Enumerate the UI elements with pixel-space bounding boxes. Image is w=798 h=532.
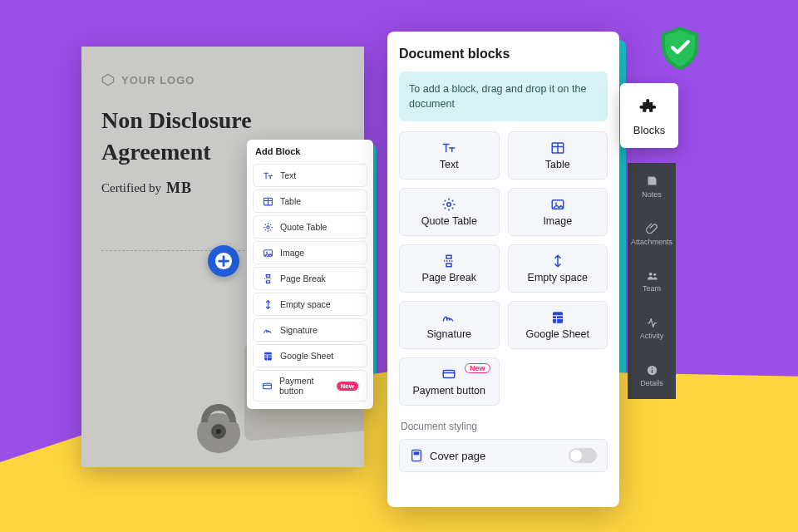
- popover-item-google-sheet[interactable]: Google Sheet: [253, 344, 367, 367]
- sidebar-item-details[interactable]: Details: [628, 352, 676, 399]
- svg-marker-0: [102, 74, 113, 85]
- block-card-image[interactable]: Image: [508, 188, 608, 236]
- certified-by-label: Certified by: [101, 181, 161, 195]
- vertical-arrows-icon: [262, 298, 273, 310]
- popover-item-signature[interactable]: Signature: [253, 318, 367, 342]
- text-size-icon: [441, 140, 456, 155]
- panel-hint: To add a block, drag and drop it on the …: [399, 71, 608, 121]
- popover-title: Add Block: [247, 140, 373, 161]
- block-card-label: Signature: [426, 328, 471, 340]
- info-icon: [645, 363, 658, 377]
- page-break-icon: [262, 273, 273, 284]
- certifier-name: MB: [166, 180, 192, 197]
- sidebar-item-label: Team: [643, 284, 661, 293]
- spreadsheet-icon: [262, 350, 273, 362]
- sidebar-item-activity[interactable]: Activity: [628, 304, 676, 352]
- popover-item-label: Signature: [280, 325, 318, 335]
- table-icon: [262, 195, 273, 207]
- document-blocks-panel: Document blocks To add a block, drag and…: [387, 32, 619, 507]
- popover-item-table[interactable]: Table: [253, 190, 367, 213]
- svg-rect-20: [553, 313, 563, 324]
- logo-mark-icon: [101, 73, 115, 86]
- popover-item-label: Text: [280, 170, 296, 180]
- block-card-empty-space[interactable]: Empty space: [508, 244, 608, 293]
- image-icon: [262, 247, 273, 259]
- add-block-button[interactable]: [208, 245, 239, 277]
- popover-item-label: Table: [280, 196, 301, 206]
- popover-item-label: Google Sheet: [280, 351, 333, 361]
- svg-point-17: [447, 203, 451, 207]
- block-card-table[interactable]: Table: [508, 131, 608, 180]
- block-card-label: Payment button: [412, 385, 485, 397]
- sidebar-item-attachments[interactable]: Attachments: [628, 210, 676, 258]
- popover-item-empty-space[interactable]: Empty space: [253, 293, 367, 316]
- popover-item-label: Page Break: [280, 273, 326, 283]
- signature-icon: [441, 310, 456, 325]
- popover-item-label: Quote Table: [280, 222, 327, 232]
- team-icon: [645, 268, 658, 282]
- activity-icon: [645, 316, 658, 329]
- sidebar-item-label: Activity: [640, 332, 664, 340]
- doc-logo: YOUR LOGO: [101, 73, 344, 86]
- right-sidebar: NotesAttachmentsTeamActivityDetails: [628, 163, 676, 399]
- svg-rect-21: [444, 371, 456, 378]
- text-size-icon: [262, 170, 273, 181]
- image-icon: [550, 197, 565, 212]
- add-block-popover: Add Block TextTableQuote TableImagePage …: [247, 140, 373, 409]
- svg-rect-15: [651, 369, 652, 372]
- svg-point-6: [266, 225, 268, 228]
- popover-item-text[interactable]: Text: [253, 164, 367, 187]
- signature-icon: [262, 324, 273, 336]
- svg-point-12: [653, 273, 656, 276]
- svg-rect-22: [412, 451, 421, 461]
- block-card-text[interactable]: Text: [399, 131, 500, 180]
- popover-item-payment-button[interactable]: Payment buttonNew: [253, 370, 367, 401]
- vertical-arrows-icon: [550, 254, 565, 268]
- sidebar-item-label: Attachments: [631, 238, 672, 246]
- spreadsheet-icon: [550, 310, 565, 325]
- block-card-label: Page Break: [422, 272, 476, 283]
- block-card-google-sheet[interactable]: Google Sheet: [508, 301, 608, 349]
- popover-item-page-break[interactable]: Page Break: [253, 267, 367, 290]
- panel-title: Document blocks: [399, 47, 608, 62]
- new-badge: New: [465, 363, 490, 373]
- block-card-label: Table: [545, 159, 570, 170]
- block-card-label: Text: [440, 159, 459, 170]
- sidebar-item-label: Details: [640, 379, 663, 387]
- sidebar-item-notes[interactable]: Notes: [628, 163, 676, 210]
- cover-page-label: Cover page: [430, 450, 485, 462]
- block-card-label: Image: [543, 215, 572, 227]
- padlock-illustration: [190, 387, 248, 454]
- popover-item-label: Image: [280, 248, 304, 258]
- block-card-signature[interactable]: Signature: [399, 301, 500, 349]
- notes-icon: [645, 175, 658, 188]
- table-icon: [550, 140, 565, 155]
- svg-point-8: [266, 251, 268, 253]
- gear-icon: [262, 221, 273, 233]
- paperclip-icon: [645, 222, 658, 235]
- page-break-icon: [441, 254, 456, 268]
- block-card-label: Empty space: [528, 272, 588, 283]
- svg-point-3: [216, 429, 221, 434]
- svg-rect-10: [264, 383, 272, 389]
- block-card-payment-button[interactable]: NewPayment button: [399, 357, 500, 406]
- gear-icon: [441, 197, 456, 212]
- popover-item-quote-table[interactable]: Quote Table: [253, 215, 367, 239]
- new-badge: New: [337, 382, 358, 391]
- security-shield-icon: [657, 25, 703, 71]
- block-card-label: Google Sheet: [526, 328, 589, 340]
- cover-page-switch[interactable]: [569, 448, 597, 463]
- svg-rect-23: [414, 452, 420, 456]
- popover-item-image[interactable]: Image: [253, 241, 367, 264]
- popover-item-label: Payment button: [279, 376, 330, 396]
- blocks-chip[interactable]: Blocks: [620, 83, 678, 148]
- plus-icon: [214, 252, 233, 270]
- card-icon: [441, 367, 456, 382]
- cover-page-toggle-row[interactable]: Cover page: [399, 439, 608, 472]
- block-card-page-break[interactable]: Page Break: [399, 244, 500, 293]
- svg-point-14: [651, 367, 653, 369]
- doc-logo-text: YOUR LOGO: [121, 74, 195, 86]
- popover-item-label: Empty space: [280, 299, 331, 309]
- block-card-quote-table[interactable]: Quote Table: [399, 188, 500, 236]
- sidebar-item-team[interactable]: Team: [628, 258, 676, 305]
